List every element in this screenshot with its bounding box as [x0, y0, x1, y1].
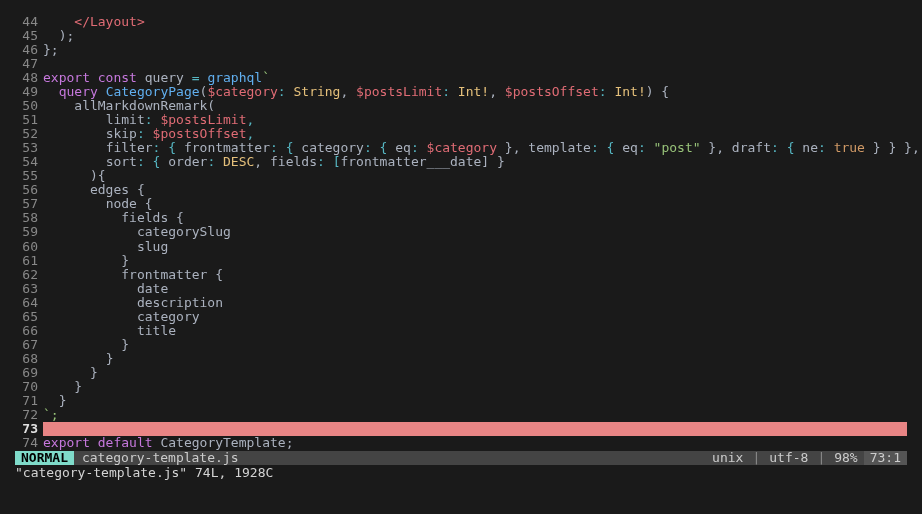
line-number: 57 — [15, 197, 43, 211]
code-line: 59 categorySlug — [15, 225, 907, 239]
filename: category-template.js — [74, 451, 247, 465]
line-number: 70 — [15, 380, 43, 394]
code-line: 74export default CategoryTemplate; — [15, 436, 907, 450]
code-line: 49 query CategoryPage($category: String,… — [15, 85, 907, 99]
cursor-position: 73:1 — [864, 451, 907, 465]
line-number: 51 — [15, 113, 43, 127]
line-number: 68 — [15, 352, 43, 366]
line-number: 64 — [15, 296, 43, 310]
code-line: 44 </Layout> — [15, 15, 907, 29]
code-editor[interactable]: 44 </Layout> 45 ); 46}; 47 48export cons… — [15, 15, 907, 450]
line-number: 49 — [15, 85, 43, 99]
line-number: 67 — [15, 338, 43, 352]
line-number: 46 — [15, 43, 43, 57]
code-line: 53 filter: { frontmatter: { category: { … — [15, 141, 907, 155]
line-number: 45 — [15, 29, 43, 43]
line-number: 65 — [15, 310, 43, 324]
line-number: 66 — [15, 324, 43, 338]
line-number: 59 — [15, 225, 43, 239]
line-number: 44 — [15, 15, 43, 29]
encoding: utf-8 — [763, 451, 814, 465]
code-line: 62 frontmatter { — [15, 268, 907, 282]
line-number: 54 — [15, 155, 43, 169]
code-line: 51 limit: $postsLimit, — [15, 113, 907, 127]
status-bar: NORMAL category-template.js unix | utf-8… — [15, 451, 907, 465]
line-number: 47 — [15, 57, 43, 71]
code-line: 50 allMarkdownRemark( — [15, 99, 907, 113]
code-line: 69 } — [15, 366, 907, 380]
code-line: 52 skip: $postsOffset, — [15, 127, 907, 141]
code-line: 65 category — [15, 310, 907, 324]
cursor-line: 73 — [15, 422, 907, 436]
code-line: 58 fields { — [15, 211, 907, 225]
line-number: 50 — [15, 99, 43, 113]
highlighted-line — [43, 422, 907, 436]
code-line: 54 sort: { order: DESC, fields: [frontma… — [15, 155, 907, 169]
code-line: 46}; — [15, 43, 907, 57]
code-line: 72`; — [15, 408, 907, 422]
line-number: 56 — [15, 183, 43, 197]
line-number: 63 — [15, 282, 43, 296]
code-line: 56 edges { — [15, 183, 907, 197]
code-line: 68 } — [15, 352, 907, 366]
code-line: 66 title — [15, 324, 907, 338]
line-number: 52 — [15, 127, 43, 141]
line-number: 62 — [15, 268, 43, 282]
command-message: "category-template.js" 74L, 1928C — [15, 465, 907, 480]
file-format: unix — [706, 451, 749, 465]
line-number: 53 — [15, 141, 43, 155]
line-number: 74 — [15, 436, 43, 450]
code-line: 67 } — [15, 338, 907, 352]
line-number: 60 — [15, 240, 43, 254]
code-line: 48export const query = graphql` — [15, 71, 907, 85]
code-line: 55 ){ — [15, 169, 907, 183]
code-line: 45 ); — [15, 29, 907, 43]
line-number: 55 — [15, 169, 43, 183]
code-line: 70 } — [15, 380, 907, 394]
code-line: 60 slug — [15, 240, 907, 254]
code-line: 47 — [15, 57, 907, 71]
line-number: 61 — [15, 254, 43, 268]
line-number: 69 — [15, 366, 43, 380]
code-line: 63 date — [15, 282, 907, 296]
line-number: 73 — [15, 422, 43, 436]
vim-mode: NORMAL — [15, 451, 74, 465]
line-number: 72 — [15, 408, 43, 422]
code-line: 61 } — [15, 254, 907, 268]
code-line: 64 description — [15, 296, 907, 310]
scroll-percent: 98% — [828, 451, 863, 465]
code-line: 71 } — [15, 394, 907, 408]
line-number: 71 — [15, 394, 43, 408]
line-number: 58 — [15, 211, 43, 225]
line-number: 48 — [15, 71, 43, 85]
code-line: 57 node { — [15, 197, 907, 211]
